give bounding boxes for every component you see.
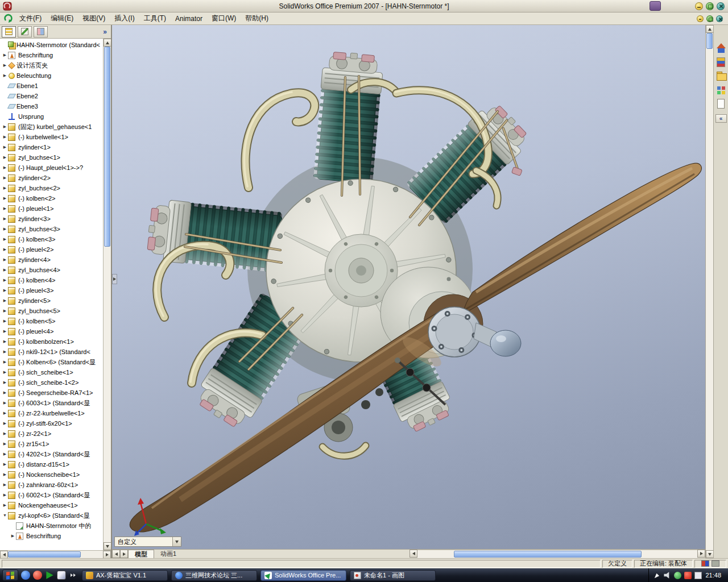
taskbar-task-button[interactable]: SolidWorks Office Pre... [260,570,346,581]
tree-item[interactable]: ▶(-) Nockenscheibe<1> [0,469,102,480]
expand-arrow-icon[interactable]: ▶ [2,265,8,275]
scroll-down-button[interactable] [706,550,714,558]
close-button[interactable] [717,2,725,10]
quick-launch-overflow-chevron[interactable] [69,573,77,577]
tree-item[interactable]: ▶(-) 6003<1> (Standard<显 [0,398,102,408]
expand-arrow-icon[interactable]: ▶ [2,459,8,469]
tree-item[interactable]: Ebene2 [0,91,102,101]
task-pane-collapse-button[interactable]: « [715,114,727,123]
file-explorer-icon[interactable] [715,70,727,81]
tree-item[interactable]: ▶zyl_buchse<3> [0,224,102,234]
document-icon[interactable] [717,99,725,109]
scroll-down-button[interactable] [104,542,111,550]
expand-arrow-icon[interactable]: ▶ [2,398,8,408]
tree-item[interactable]: ▶zylinder<4> [0,255,102,265]
expand-arrow-icon[interactable]: ▶ [2,275,8,285]
viewport-vscrollbar-thumb[interactable] [706,33,713,49]
tree-item[interactable]: ▶(-) 6002<1> (Standard<显 [0,490,102,500]
tree-item[interactable]: Ebene3 [0,101,102,111]
panel-overflow-chevron[interactable]: » [101,28,109,36]
scroll-left-button[interactable] [410,550,417,558]
tree-item[interactable]: ▶(-) pleuel<2> [0,244,102,255]
tree-item[interactable]: ▶(-) zyl-stift-6x20<1> [0,418,102,429]
viewport-hscrollbar-thumb[interactable] [454,551,642,558]
expand-arrow-icon[interactable]: ▶ [2,142,8,152]
menu-item[interactable]: 工具(T) [139,13,171,24]
expand-arrow-icon[interactable]: ▶ [2,244,8,255]
tree-item[interactable]: ▶(-) sich_scheibe<1> [0,367,102,377]
expand-arrow-icon[interactable]: ▶ [2,183,8,193]
tree-item[interactable]: Ursprung [0,111,102,122]
document-restore-button[interactable] [706,15,713,22]
tree-item[interactable]: ▶(-) kolbenbolzen<1> [0,336,102,347]
tree-item[interactable]: ▶(-) 4202<1> (Standard<显 [0,449,102,459]
menu-item[interactable]: Animator [171,14,207,24]
expand-arrow-icon[interactable]: ▶ [2,152,8,163]
expand-arrow-icon[interactable]: ▶ [2,132,8,142]
expand-arrow-icon[interactable]: ▶ [2,469,8,480]
tree-item[interactable]: ▶(-) pleuel<4> [0,326,102,336]
tree-item[interactable]: ▶zyl_buchse<4> [0,265,102,275]
taskbar-task-button[interactable]: AX-煲箱宝宝 V1.1 [82,570,168,581]
ime-icon[interactable] [694,572,702,579]
menu-item[interactable]: 插入(I) [110,13,139,24]
tree-item[interactable]: ▶(-) zahnkranz-60z<1> [0,480,102,490]
document-minimize-button[interactable] [697,15,704,22]
tree-item[interactable]: ▶(-) kolben<4> [0,275,102,285]
expand-arrow-icon[interactable]: ▶ [10,531,16,541]
scroll-up-button[interactable] [706,25,714,33]
expand-arrow-icon[interactable]: ▶ [2,203,8,214]
tree-item[interactable]: ▶(-) Haupt_pleuel<1>->? [0,163,102,173]
expand-arrow-icon[interactable]: ▶ [2,449,8,459]
tree-item[interactable]: ▶zyl_buchse<2> [0,183,102,193]
tree-scrollbar-horizontal[interactable] [0,550,111,558]
tree-item[interactable]: HAHN-Sternmotor 中的 [0,521,102,531]
tree-item[interactable]: ▶(-) kurbelwelle<1> [0,132,102,142]
expand-arrow-icon[interactable]: ▶ [2,50,8,60]
expand-arrow-icon[interactable]: ▶ [2,388,8,398]
start-button[interactable] [2,569,18,581]
scroll-right-button[interactable] [103,551,111,559]
tree-item[interactable]: Ebene1 [0,81,102,91]
expand-arrow-icon[interactable]: ▶ [2,60,8,70]
expand-arrow-icon[interactable]: ▶ [2,326,8,336]
tab-model[interactable]: 模型 [128,550,154,558]
tree-item[interactable]: ▶(-) zr15<1> [0,439,102,449]
graphics-area[interactable]: 自定义 模型 动画1 [112,25,705,558]
scroll-left-button[interactable] [0,551,8,559]
expand-arrow-icon[interactable]: ▶ [2,439,8,449]
taskbar-task-button[interactable]: 三维网技术论坛 三... [171,570,257,581]
pen-icon[interactable] [653,572,661,579]
expand-arrow-icon[interactable]: ▶ [2,122,8,132]
tree-item[interactable]: ▶(-) zr-22<1> [0,429,102,439]
tree-item[interactable]: ▶(-) zr-22-kurbelwelle<1> [0,408,102,418]
view-palette-icon[interactable] [715,85,727,95]
tree-item[interactable]: ▶zylinder<1> [0,142,102,152]
tree-item[interactable]: ▶(-) Kolben<6> (Standard<显 [0,357,102,367]
menu-item[interactable]: 窗口(W) [207,13,241,24]
speaker-icon[interactable] [664,572,671,579]
resources-home-icon[interactable] [715,43,727,54]
tab-propertymanager[interactable] [18,26,32,38]
tree-item[interactable]: ▶Beschriftung [0,531,102,541]
scroll-right-button[interactable] [697,550,705,558]
tree-scrollbar-vertical[interactable] [103,39,111,550]
tree-item[interactable]: ▶zyl_buchse<1> [0,152,102,163]
expand-arrow-icon[interactable]: ▶ [2,357,8,367]
design-library-icon[interactable] [717,57,725,67]
tree-item[interactable]: ▶(-) Seegerscheibe-RA7<1> [0,388,102,398]
expand-arrow-icon[interactable]: ▶ [2,480,8,490]
tree-item[interactable]: ▶(-) kolben<5> [0,316,102,326]
tab-scroll-right-button[interactable] [120,550,128,558]
expand-arrow-icon[interactable]: ▶ [2,367,8,377]
ie-quicklaunch-icon[interactable] [21,571,30,580]
tree-item[interactable]: ▶Beleuchtung [0,70,102,81]
status-icon-2[interactable] [712,560,719,567]
menu-item[interactable]: 文件(F) [15,13,46,24]
taskbar-task-button[interactable]: 未命名1 - 画图 [350,570,436,581]
media-quicklaunch-icon[interactable] [45,571,54,580]
viewport-scrollbar-vertical[interactable] [705,25,713,558]
tree-item[interactable]: ▼zyl-kopf<6> (Standard<显 [0,510,102,521]
expand-arrow-icon[interactable]: ▶ [2,224,8,234]
tree-item[interactable]: ▶(-) kolben<3> [0,234,102,244]
